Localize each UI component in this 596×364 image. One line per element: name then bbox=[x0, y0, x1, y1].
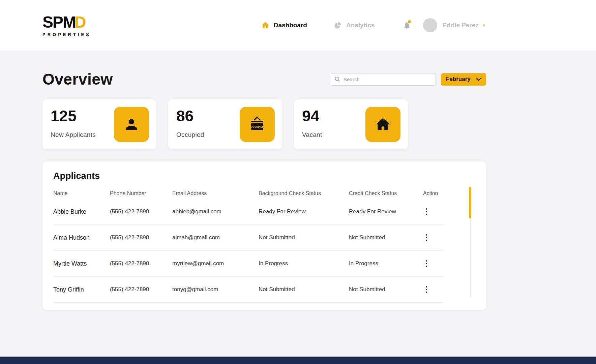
table-header-row: Name Phone Number Email Address Backgrou… bbox=[53, 188, 444, 199]
occupied-sign-icon: OCCUPIED bbox=[240, 107, 275, 142]
background-check-status: Not Submitted bbox=[259, 234, 349, 241]
search-input[interactable] bbox=[331, 73, 436, 86]
chevron-down-icon: ▼ bbox=[482, 23, 486, 28]
column-header-name: Name bbox=[53, 190, 110, 196]
applicant-email: almah@gmail.com bbox=[172, 234, 259, 241]
logo-subtext: PROPERTIES bbox=[42, 32, 91, 37]
credit-check-status: Not Submitted bbox=[349, 286, 423, 293]
nav-item-dashboard[interactable]: Dashboard bbox=[261, 21, 307, 30]
row-actions-menu[interactable] bbox=[423, 207, 430, 216]
row-actions-menu[interactable] bbox=[423, 233, 430, 242]
notifications-button[interactable] bbox=[403, 21, 411, 30]
background-check-status[interactable]: Ready For Review bbox=[259, 208, 349, 215]
header: SPMD PROPERTIES Dashboard Analytics bbox=[0, 0, 596, 51]
applicant-phone: (555) 422-7890 bbox=[110, 260, 172, 267]
row-actions-menu[interactable] bbox=[423, 285, 430, 294]
background-check-status: In Progress bbox=[259, 260, 349, 267]
user-menu[interactable]: Eddie Perez ▼ bbox=[442, 22, 486, 29]
logo-accent-letter: D bbox=[74, 14, 86, 30]
stat-card-new-applicants: 125 New Applicants bbox=[42, 99, 156, 149]
stat-cards: 125 New Applicants 86 Occupied OCCUPIED … bbox=[42, 99, 486, 149]
applicants-title: Applicants bbox=[53, 171, 486, 181]
occupied-sign-text: OCCUPIED bbox=[250, 125, 264, 128]
chevron-down-icon bbox=[476, 78, 481, 81]
applicants-panel: Applicants Name Phone Number Email Addre… bbox=[42, 161, 486, 310]
table-row: Alma Hudson (555) 422-7890 almah@gmail.c… bbox=[53, 225, 444, 251]
month-selector[interactable]: February bbox=[441, 73, 486, 86]
pie-chart-icon bbox=[333, 21, 342, 30]
table-row: Myrtie Watts (555) 422-7890 myrtiew@gmai… bbox=[53, 251, 444, 277]
applicant-name: Tony Griffin bbox=[53, 286, 110, 293]
credit-check-status: In Progress bbox=[349, 260, 423, 267]
applicant-name: Alma Hudson bbox=[53, 234, 110, 241]
column-header-phone: Phone Number bbox=[110, 190, 172, 196]
footer-bar bbox=[0, 357, 596, 364]
nav-label-dashboard: Dashboard bbox=[274, 22, 307, 29]
credit-check-status: Not Submitted bbox=[349, 234, 423, 241]
table-row: Tony Griffin (555) 422-7890 tonyg@gmail.… bbox=[53, 277, 444, 303]
page-title: Overview bbox=[42, 70, 113, 88]
table-row: Abbie Burke (555) 422-7890 abbieb@gmail.… bbox=[53, 199, 444, 225]
main-content: Overview February 125 New Applicants bbox=[42, 70, 486, 310]
stat-card-occupied: 86 Occupied OCCUPIED bbox=[168, 99, 282, 149]
applicant-phone: (555) 422-7890 bbox=[110, 208, 172, 215]
column-header-action: Action bbox=[423, 190, 445, 196]
applicant-email: abbieb@gmail.com bbox=[172, 208, 259, 215]
house-icon bbox=[365, 107, 400, 142]
credit-check-status[interactable]: Ready For Review bbox=[349, 208, 423, 215]
column-header-email: Email Address bbox=[172, 190, 259, 196]
applicant-name: Myrtie Watts bbox=[53, 260, 110, 267]
table-scrollbar-thumb[interactable] bbox=[469, 187, 471, 218]
main-nav: Dashboard Analytics bbox=[261, 21, 375, 30]
person-icon bbox=[114, 107, 149, 142]
column-header-credit: Credit Check Status bbox=[349, 190, 423, 196]
column-header-background: Background Check Status bbox=[259, 190, 349, 196]
applicant-phone: (555) 422-7890 bbox=[110, 286, 172, 293]
home-icon bbox=[261, 21, 270, 30]
background-check-status: Not Submitted bbox=[259, 286, 349, 293]
applicant-name: Abbie Burke bbox=[53, 208, 110, 215]
search-icon bbox=[334, 76, 341, 83]
month-label: February bbox=[446, 76, 471, 83]
row-actions-menu[interactable] bbox=[423, 259, 430, 268]
stat-card-vacant: 94 Vacant bbox=[294, 99, 408, 149]
user-name-label: Eddie Perez bbox=[442, 22, 479, 29]
avatar[interactable] bbox=[423, 18, 437, 32]
nav-item-analytics[interactable]: Analytics bbox=[333, 21, 375, 30]
logo-text: SPM bbox=[42, 14, 76, 30]
logo: SPMD PROPERTIES bbox=[42, 14, 91, 37]
nav-label-analytics: Analytics bbox=[346, 22, 375, 29]
applicant-phone: (555) 422-7890 bbox=[110, 234, 172, 241]
applicant-email: tonyg@gmail.com bbox=[172, 286, 259, 293]
applicant-email: myrtiew@gmail.com bbox=[172, 260, 259, 267]
